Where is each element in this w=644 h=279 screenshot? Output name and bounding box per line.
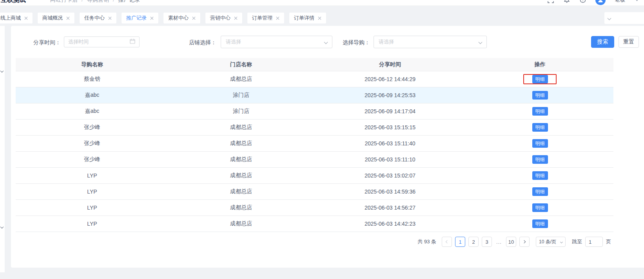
jump-page-input[interactable] bbox=[585, 237, 603, 247]
user-name[interactable]: 老板 bbox=[615, 0, 625, 4]
column-header-share-time: 分享时间 bbox=[314, 61, 466, 68]
tab-close-icon[interactable] bbox=[150, 16, 154, 20]
guide-select[interactable]: 请选择 bbox=[374, 36, 487, 48]
collapsed-sidebar bbox=[0, 26, 5, 272]
store-select[interactable]: 请选择 bbox=[221, 36, 332, 48]
tab-4[interactable]: 推广记录 bbox=[121, 12, 159, 24]
tab-close-icon[interactable] bbox=[24, 16, 28, 20]
tab-label: 任务中心 bbox=[84, 14, 105, 22]
tab-1[interactable]: 线上商城 bbox=[0, 12, 33, 24]
table-row: 张少峰成都总店2025-06-03 15:11:10明细 bbox=[16, 152, 613, 168]
pagination-page-button[interactable]: 10 bbox=[506, 237, 516, 247]
pagination-next-button[interactable] bbox=[519, 237, 530, 247]
share-time-cell: 2025-06-12 14:44:29 bbox=[314, 76, 466, 82]
share-time-cell: 2025-06-09 14:25:53 bbox=[314, 92, 466, 98]
detail-button[interactable]: 明细 bbox=[532, 91, 548, 100]
pagination-page-button[interactable]: 1 bbox=[455, 237, 465, 247]
app-title: 互联测试 bbox=[1, 0, 26, 4]
breadcrumb-item[interactable]: 网红打卡店 bbox=[50, 0, 78, 4]
table-row: LYP成都总店2025-06-03 15:02:07明细 bbox=[16, 168, 613, 184]
tab-bar: 线上商城商城概况任务中心推广记录素材中心营销中心订单管理订单详情 bbox=[0, 6, 644, 26]
breadcrumb-item[interactable]: 导购营销 bbox=[87, 0, 109, 4]
share-time-date-input[interactable]: 选择时间 bbox=[64, 36, 140, 47]
guide-select-label: 选择导购： bbox=[343, 39, 370, 46]
breadcrumb-separator: / bbox=[113, 0, 114, 4]
share-time-label: 分享时间： bbox=[33, 39, 61, 46]
total-count-label: 共 93 条 bbox=[417, 238, 436, 245]
jump-to-label: 跳至 bbox=[572, 238, 582, 245]
guide-name-cell: 张少峰 bbox=[16, 124, 169, 131]
pagination-ellipsis: ... bbox=[495, 239, 503, 245]
header-actions: 老板 bbox=[547, 0, 639, 5]
help-icon[interactable] bbox=[579, 0, 586, 4]
guide-name-cell: LYP bbox=[16, 172, 169, 179]
calendar-icon bbox=[130, 38, 135, 45]
page-size-value: 10 条/页 bbox=[539, 239, 556, 245]
detail-button[interactable]: 明细 bbox=[532, 75, 548, 83]
detail-button[interactable]: 明细 bbox=[532, 187, 548, 196]
reset-button[interactable]: 重置 bbox=[619, 36, 639, 48]
fullscreen-icon[interactable] bbox=[547, 0, 554, 4]
chevron-down-icon bbox=[635, 0, 639, 1]
avatar[interactable] bbox=[595, 0, 606, 5]
store-name-cell: 成都总店 bbox=[169, 204, 314, 211]
store-name-cell: 成都总店 bbox=[169, 156, 314, 163]
detail-button[interactable]: 明细 bbox=[532, 123, 548, 132]
chevron-down-icon bbox=[479, 40, 483, 44]
detail-button[interactable]: 明细 bbox=[532, 219, 548, 228]
tab-close-icon[interactable] bbox=[234, 16, 238, 20]
table-row: 嘉abc涂门店2025-06-09 14:17:04明细 bbox=[16, 103, 613, 120]
breadcrumb-separator: / bbox=[82, 0, 83, 4]
search-button[interactable]: 搜索 bbox=[591, 36, 614, 48]
detail-button[interactable]: 明细 bbox=[532, 171, 548, 180]
share-time-cell: 2025-06-03 14:42:23 bbox=[314, 221, 466, 227]
tab-3[interactable]: 任务中心 bbox=[79, 12, 117, 24]
table-header-row: 导购名称 门店名称 分享时间 操作 bbox=[16, 58, 613, 71]
tab-close-icon[interactable] bbox=[108, 16, 112, 20]
action-cell: 明细 bbox=[466, 187, 613, 196]
share-time-cell: 2025-06-09 14:17:04 bbox=[314, 108, 466, 114]
share-time-cell: 2025-06-03 14:56:27 bbox=[314, 205, 466, 211]
sidebar-expand-icon[interactable] bbox=[1, 223, 3, 230]
guide-name-cell: 蔡金镑 bbox=[16, 76, 169, 83]
table-row: 张少峰成都总店2025-06-03 15:11:40明细 bbox=[16, 136, 613, 152]
detail-button[interactable]: 明细 bbox=[532, 139, 548, 148]
column-header-guide-name: 导购名称 bbox=[16, 61, 169, 68]
table-row: LYP成都总店2025-06-03 14:59:36明细 bbox=[16, 184, 613, 200]
store-name-cell: 涂门店 bbox=[169, 108, 314, 115]
pagination-page-button[interactable]: 2 bbox=[468, 237, 479, 247]
table-row: LYP成都总店2025-06-03 14:56:27明细 bbox=[16, 200, 613, 216]
tab-label: 订单管理 bbox=[252, 14, 272, 22]
tab-list-dropdown-button[interactable] bbox=[604, 12, 644, 24]
chevron-down-icon bbox=[324, 40, 328, 44]
guide-name-cell: 张少峰 bbox=[16, 140, 169, 147]
chevron-down-icon bbox=[608, 16, 611, 20]
tab-6[interactable]: 营销中心 bbox=[205, 12, 243, 24]
tab-close-icon[interactable] bbox=[318, 16, 321, 20]
tab-8[interactable]: 订单详情 bbox=[289, 12, 327, 24]
store-name-cell: 涂门店 bbox=[169, 92, 314, 99]
pagination-page-button[interactable]: 3 bbox=[482, 237, 492, 247]
tab-7[interactable]: 订单管理 bbox=[247, 12, 285, 24]
page-size-select[interactable]: 10 条/页 bbox=[536, 237, 566, 247]
tab-label: 推广记录 bbox=[126, 14, 147, 22]
table-row: LYP成都总店2025-06-03 14:42:23明细 bbox=[16, 216, 613, 232]
guide-name-cell: 张少峰 bbox=[16, 156, 169, 163]
action-cell: 明细 bbox=[466, 155, 613, 164]
detail-button[interactable]: 明细 bbox=[532, 155, 548, 164]
store-name-cell: 成都总店 bbox=[169, 188, 314, 195]
tab-close-icon[interactable] bbox=[192, 16, 196, 20]
tab-close-icon[interactable] bbox=[276, 16, 279, 20]
tab-5[interactable]: 素材中心 bbox=[163, 12, 201, 24]
store-name-cell: 成都总店 bbox=[169, 220, 314, 227]
store-name-cell: 成都总店 bbox=[169, 76, 314, 83]
tab-close-icon[interactable] bbox=[66, 16, 70, 20]
detail-button[interactable]: 明细 bbox=[532, 107, 548, 116]
sidebar-expand-icon[interactable] bbox=[1, 67, 3, 74]
detail-button[interactable]: 明细 bbox=[532, 203, 548, 212]
pagination-prev-button[interactable] bbox=[442, 237, 452, 247]
guide-name-cell: LYP bbox=[16, 188, 169, 195]
breadcrumb: 网红打卡店 / 导购营销 / 推广记录 bbox=[50, 0, 140, 4]
bell-icon[interactable] bbox=[563, 0, 570, 4]
tab-2[interactable]: 商城概况 bbox=[37, 12, 75, 24]
